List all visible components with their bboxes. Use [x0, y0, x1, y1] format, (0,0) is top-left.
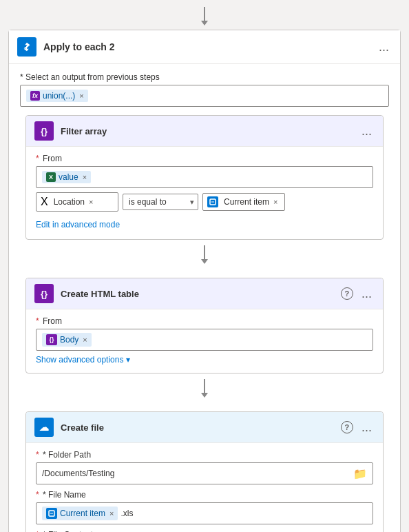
file-name-token-close[interactable]: × — [109, 509, 114, 518]
html-table-help-button[interactable]: ? — [341, 287, 353, 300]
select-output-label: * Select an output from previous steps — [20, 72, 389, 82]
condition-row: X Location × is equal to — [36, 192, 373, 212]
location-token-input[interactable]: X Location × — [36, 192, 118, 212]
folder-path-label: * * Folder Path — [36, 450, 373, 460]
create-file-actions: ? ... — [341, 420, 375, 435]
location-token-label: Location — [54, 197, 85, 207]
filter-from-input[interactable]: X value × — [36, 166, 373, 188]
body-token-close[interactable]: × — [83, 336, 87, 344]
html-from-input[interactable]: {} Body × — [36, 329, 373, 351]
html-from-label: * From — [36, 316, 373, 326]
folder-path-value: /Documents/Testing — [42, 469, 353, 478]
html-table-body: * From {} Body × Show advanced options ▾ — [26, 309, 383, 373]
create-file-icon: ☁ — [34, 418, 54, 437]
current-item-label: Current item — [224, 197, 269, 207]
fx-icon: fx — [30, 91, 40, 101]
filter-array-icon: {} — [34, 121, 54, 141]
current-item-token-input[interactable]: Current item × — [202, 193, 285, 211]
file-name-label: * * File Name — [36, 490, 373, 500]
current-item-close[interactable]: × — [273, 198, 277, 206]
html-table-actions: ? ... — [341, 287, 375, 301]
chevron-down-icon: ▾ — [126, 355, 130, 365]
file-name-token: Current item × — [42, 507, 118, 520]
filter-array-card: {} Filter array ... * From — [25, 115, 384, 240]
show-advanced-button[interactable]: Show advanced options ▾ — [36, 351, 130, 366]
create-html-table-title: Create HTML table — [61, 289, 341, 299]
file-name-input[interactable]: Current item × .xls — [36, 502, 373, 524]
body-token: {} Body × — [42, 333, 92, 347]
create-file-card: ☁ Create file ? ... * * Folder Path — [25, 411, 384, 532]
html-table-ellipsis-button[interactable]: ... — [359, 287, 375, 301]
create-file-ellipsis-button[interactable]: ... — [359, 420, 375, 435]
folder-path-input[interactable]: /Documents/Testing 📁 — [36, 462, 373, 484]
apply-to-each-header: Apply to each 2 ... — [9, 30, 400, 64]
folder-browse-icon[interactable]: 📁 — [353, 467, 367, 480]
operator-select[interactable]: is equal to — [123, 194, 198, 210]
body-icon: {} — [46, 334, 57, 345]
edit-advanced-button[interactable]: Edit in advanced mode — [36, 217, 120, 232]
filter-array-body: * From X value × X Loca — [26, 147, 383, 239]
create-file-title: Create file — [61, 422, 341, 433]
filter-array-ellipsis-button[interactable]: ... — [359, 124, 375, 139]
create-html-table-header: {} Create HTML table ? ... — [26, 278, 383, 309]
connector-2 — [20, 374, 389, 403]
union-token-close[interactable]: × — [79, 92, 83, 100]
apply-card-body: * Select an output from previous steps f… — [9, 64, 400, 532]
value-token-close[interactable]: × — [83, 173, 87, 181]
union-token: fx union(...) × — [26, 90, 88, 102]
create-html-table-card: {} Create HTML table ? ... * From — [25, 278, 384, 374]
location-token-close[interactable]: × — [89, 198, 93, 206]
filter-array-header: {} Filter array ... — [26, 116, 383, 147]
filter-array-actions: ... — [359, 124, 375, 139]
union-token-input[interactable]: fx union(...) × — [20, 85, 389, 107]
file-name-token-icon — [46, 508, 57, 519]
html-table-icon: {} — [34, 284, 54, 303]
filter-from-label: * From — [36, 154, 373, 163]
top-connector — [8, 7, 401, 25]
apply-icon — [17, 37, 36, 57]
create-file-help-button[interactable]: ? — [341, 421, 353, 433]
filter-array-title: Filter array — [61, 126, 359, 136]
file-name-suffix: .xls — [120, 509, 133, 518]
create-file-header: ☁ Create file ? ... — [26, 412, 383, 443]
location-excel-icon: X — [41, 196, 48, 208]
current-item-icon — [207, 196, 218, 207]
apply-to-each-card: Apply to each 2 ... * Select an output f… — [8, 30, 401, 532]
operator-select-wrapper: is equal to — [123, 194, 198, 210]
value-token: X value × — [42, 171, 91, 183]
apply-to-each-title: Apply to each 2 — [43, 41, 376, 52]
create-file-body: * * Folder Path /Documents/Testing 📁 * *… — [26, 443, 383, 532]
apply-ellipsis-button[interactable]: ... — [376, 40, 392, 54]
connector-1 — [20, 240, 389, 269]
excel-icon: X — [46, 172, 56, 182]
